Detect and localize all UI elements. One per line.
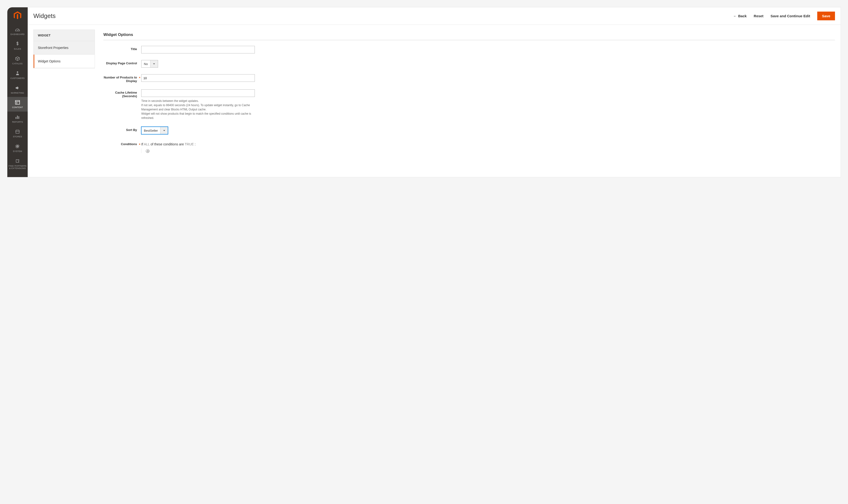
reset-button[interactable]: Reset [754, 14, 763, 18]
field-cache-lifetime: Cache Lifetime (Seconds) Time in seconds… [103, 89, 835, 120]
back-label: Back [738, 14, 747, 18]
admin-sidebar: DASHBOARD SALES CATALOG [7, 7, 28, 177]
form-area: Widget Options Title Display Page Contro… [103, 30, 835, 160]
svg-line-0 [18, 29, 18, 31]
sidebar-label: STORES [13, 136, 22, 138]
page-header: Widgets ← Back Reset Save and Continue E… [28, 7, 841, 25]
display-page-control-select[interactable]: No [141, 60, 158, 68]
sidebar-label: SYSTEM [13, 150, 22, 153]
sidebar-item-stores[interactable]: STORES [7, 126, 28, 141]
sidebar-label: REPORTS [12, 121, 23, 123]
sidebar-item-sales[interactable]: SALES [7, 38, 28, 53]
sidebar-label: CUSTOMERS [11, 77, 24, 80]
app-frame: DASHBOARD SALES CATALOG [7, 7, 841, 177]
sidebar-label: FIND PARTNERS & EXTENSIONS [8, 165, 27, 170]
svg-rect-7 [16, 117, 16, 119]
layout-icon [15, 99, 20, 105]
save-label: Save [822, 14, 830, 18]
reset-label: Reset [754, 14, 763, 18]
sidebar-label: CATALOG [12, 62, 23, 65]
field-title: Title [103, 46, 835, 53]
field-conditions: Conditions * If ALL of these conditions … [103, 141, 835, 153]
save-continue-label: Save and Continue Edit [771, 14, 810, 18]
tab-label: Widget Options [38, 59, 60, 63]
sidebar-item-catalog[interactable]: CATALOG [7, 53, 28, 68]
sidebar-label: CONTENT [12, 106, 23, 109]
title-input[interactable] [141, 46, 255, 53]
tab-label: Storefront Properties [38, 46, 68, 50]
plus-icon: + [147, 150, 148, 152]
save-continue-button[interactable]: Save and Continue Edit [771, 14, 810, 18]
content-row: WIDGET Storefront Properties Widget Opti… [28, 25, 841, 177]
dollar-icon [16, 41, 19, 47]
cache-lifetime-label: Cache Lifetime (Seconds) [103, 89, 141, 98]
magento-logo[interactable] [7, 7, 28, 24]
chevron-down-icon [160, 127, 168, 134]
sidebar-item-customers[interactable]: CUSTOMERS [7, 68, 28, 83]
display-page-control-label: Display Page Control [103, 60, 141, 65]
back-button[interactable]: ← Back [733, 14, 747, 18]
page-title: Widgets [33, 12, 733, 20]
sidebar-label: MARKETING [11, 92, 24, 94]
svg-rect-8 [17, 115, 18, 119]
required-mark: * [139, 143, 140, 147]
megaphone-icon [15, 85, 20, 91]
sort-by-label: Sort By [103, 127, 141, 132]
sort-by-select[interactable]: BestSeller [141, 127, 168, 134]
title-label: Title [103, 46, 141, 51]
required-mark: * [139, 76, 140, 80]
widget-tab-panel: WIDGET Storefront Properties Widget Opti… [33, 30, 95, 68]
conditions-tree: + [141, 148, 264, 153]
svg-rect-9 [18, 116, 19, 119]
sidebar-item-system[interactable]: SYSTEM [7, 141, 28, 156]
sidebar-label: SALES [14, 48, 21, 50]
svg-point-3 [17, 71, 18, 73]
magento-icon [14, 11, 21, 20]
num-products-label: Number of Products to Display * [103, 74, 141, 83]
field-sort-by: Sort By BestSeller [103, 127, 835, 134]
gear-icon [15, 143, 20, 149]
section-title: Widget Options [103, 32, 835, 40]
sidebar-item-partners[interactable]: FIND PARTNERS & EXTENSIONS [7, 156, 28, 173]
person-icon [16, 70, 19, 76]
sidebar-item-content[interactable]: CONTENT [7, 97, 28, 112]
box-icon [15, 56, 20, 62]
save-button[interactable]: Save [817, 12, 835, 20]
store-icon [15, 129, 20, 135]
sidebar-item-reports[interactable]: REPORTS [7, 112, 28, 126]
bar-chart-icon [15, 114, 20, 120]
header-actions: ← Back Reset Save and Continue Edit Save [733, 12, 835, 20]
chevron-down-icon [150, 60, 158, 67]
conditions-value[interactable]: TRUE [185, 142, 194, 146]
main-area: Widgets ← Back Reset Save and Continue E… [28, 7, 841, 177]
tab-storefront-properties[interactable]: Storefront Properties [34, 41, 94, 55]
sidebar-item-marketing[interactable]: MARKETING [7, 83, 28, 97]
tab-widget-options[interactable]: Widget Options [34, 55, 94, 68]
cache-lifetime-hint: Time in seconds between the widget updat… [141, 99, 255, 120]
field-display-page-control: Display Page Control No [103, 60, 835, 68]
tab-panel-title: WIDGET [34, 30, 94, 41]
sidebar-item-dashboard[interactable]: DASHBOARD [7, 24, 28, 38]
puzzle-icon [15, 158, 20, 164]
conditions-aggregator[interactable]: ALL [144, 142, 150, 146]
conditions-label: Conditions * [103, 141, 141, 146]
select-value: BestSeller [141, 127, 160, 134]
select-value: No [141, 60, 150, 67]
arrow-left-icon: ← [733, 14, 737, 18]
field-num-products: Number of Products to Display * [103, 74, 835, 83]
cache-lifetime-input[interactable] [141, 89, 255, 97]
sidebar-label: DASHBOARD [11, 33, 24, 36]
svg-rect-4 [15, 101, 20, 104]
conditions-rule-text: If ALL of these conditions are TRUE : [141, 141, 264, 146]
add-condition-button[interactable]: + [146, 149, 150, 153]
dashboard-icon [15, 26, 20, 32]
num-products-input[interactable] [141, 74, 255, 82]
